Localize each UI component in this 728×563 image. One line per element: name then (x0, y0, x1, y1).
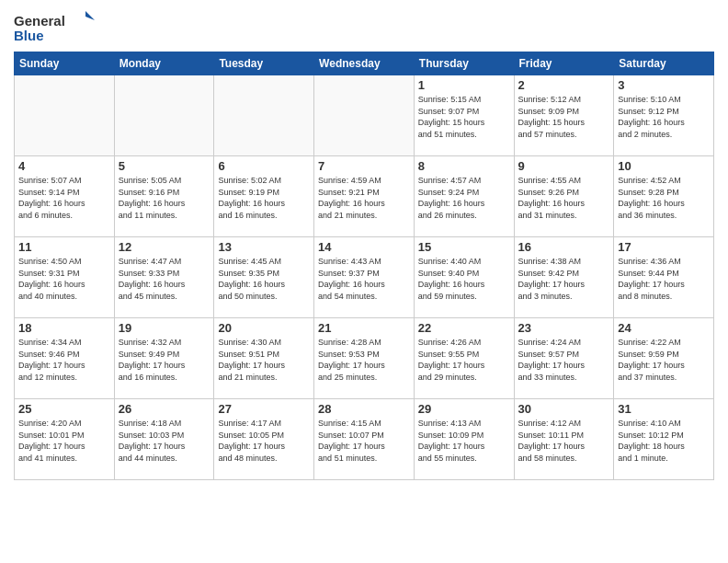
calendar-cell: 14Sunrise: 4:43 AM Sunset: 9:37 PM Dayli… (314, 237, 415, 318)
day-info: Sunrise: 4:45 AM Sunset: 9:35 PM Dayligh… (218, 256, 310, 302)
day-number: 1 (418, 78, 510, 92)
day-info: Sunrise: 4:55 AM Sunset: 9:26 PM Dayligh… (518, 175, 610, 221)
day-number: 8 (418, 159, 510, 173)
day-number: 15 (418, 240, 510, 254)
calendar-cell: 12Sunrise: 4:47 AM Sunset: 9:33 PM Dayli… (114, 237, 214, 318)
calendar-cell: 6Sunrise: 5:02 AM Sunset: 9:19 PM Daylig… (214, 156, 314, 237)
day-number: 2 (518, 78, 610, 92)
day-number: 17 (618, 240, 710, 254)
day-number: 14 (318, 240, 410, 254)
day-info: Sunrise: 5:15 AM Sunset: 9:07 PM Dayligh… (418, 94, 510, 140)
col-header-friday: Friday (514, 52, 614, 75)
calendar-cell: 15Sunrise: 4:40 AM Sunset: 9:40 PM Dayli… (414, 237, 514, 318)
day-info: Sunrise: 4:47 AM Sunset: 9:33 PM Dayligh… (119, 256, 210, 302)
calendar-cell: 2Sunrise: 5:12 AM Sunset: 9:09 PM Daylig… (514, 75, 614, 156)
day-number: 28 (318, 402, 410, 416)
calendar-cell: 13Sunrise: 4:45 AM Sunset: 9:35 PM Dayli… (214, 237, 314, 318)
day-info: Sunrise: 4:17 AM Sunset: 10:05 PM Daylig… (218, 418, 310, 464)
day-number: 29 (418, 402, 510, 416)
calendar-cell: 8Sunrise: 4:57 AM Sunset: 9:24 PM Daylig… (414, 156, 514, 237)
calendar-cell: 22Sunrise: 4:26 AM Sunset: 9:55 PM Dayli… (414, 318, 514, 399)
day-number: 19 (119, 321, 210, 335)
calendar-cell (314, 75, 415, 156)
calendar-cell: 25Sunrise: 4:20 AM Sunset: 10:01 PM Dayl… (15, 399, 115, 480)
calendar-week-4: 25Sunrise: 4:20 AM Sunset: 10:01 PM Dayl… (15, 399, 714, 480)
day-number: 21 (318, 321, 410, 335)
calendar-cell: 5Sunrise: 5:05 AM Sunset: 9:16 PM Daylig… (114, 156, 214, 237)
calendar-cell: 28Sunrise: 4:15 AM Sunset: 10:07 PM Dayl… (314, 399, 415, 480)
day-info: Sunrise: 5:12 AM Sunset: 9:09 PM Dayligh… (518, 94, 610, 140)
calendar-week-0: 1Sunrise: 5:15 AM Sunset: 9:07 PM Daylig… (15, 75, 714, 156)
calendar-header-row: SundayMondayTuesdayWednesdayThursdayFrid… (15, 52, 714, 75)
day-info: Sunrise: 4:52 AM Sunset: 9:28 PM Dayligh… (618, 175, 710, 221)
calendar-cell: 16Sunrise: 4:38 AM Sunset: 9:42 PM Dayli… (514, 237, 614, 318)
calendar-cell: 31Sunrise: 4:10 AM Sunset: 10:12 PM Dayl… (614, 399, 714, 480)
svg-text:Blue: Blue (14, 28, 44, 43)
day-number: 13 (218, 240, 310, 254)
day-number: 12 (119, 240, 210, 254)
calendar-cell: 10Sunrise: 4:52 AM Sunset: 9:28 PM Dayli… (614, 156, 714, 237)
day-number: 31 (618, 402, 710, 416)
logo: General Blue (14, 9, 97, 46)
calendar-cell: 20Sunrise: 4:30 AM Sunset: 9:51 PM Dayli… (214, 318, 314, 399)
day-number: 25 (18, 402, 110, 416)
calendar-cell: 7Sunrise: 4:59 AM Sunset: 9:21 PM Daylig… (314, 156, 415, 237)
calendar-cell: 3Sunrise: 5:10 AM Sunset: 9:12 PM Daylig… (614, 75, 714, 156)
day-info: Sunrise: 4:26 AM Sunset: 9:55 PM Dayligh… (418, 337, 510, 383)
calendar-cell: 30Sunrise: 4:12 AM Sunset: 10:11 PM Dayl… (514, 399, 614, 480)
day-info: Sunrise: 4:59 AM Sunset: 9:21 PM Dayligh… (318, 175, 410, 221)
day-number: 6 (218, 159, 310, 173)
day-info: Sunrise: 5:07 AM Sunset: 9:14 PM Dayligh… (18, 175, 110, 221)
svg-text:General: General (14, 13, 65, 29)
day-number: 5 (119, 159, 210, 173)
day-number: 18 (18, 321, 110, 335)
page: General Blue SundayMondayTuesdayWednesda… (0, 0, 728, 563)
calendar-cell: 18Sunrise: 4:34 AM Sunset: 9:46 PM Dayli… (15, 318, 115, 399)
day-info: Sunrise: 5:02 AM Sunset: 9:19 PM Dayligh… (218, 175, 310, 221)
day-info: Sunrise: 4:24 AM Sunset: 9:57 PM Dayligh… (518, 337, 610, 383)
col-header-sunday: Sunday (15, 52, 115, 75)
calendar-cell: 11Sunrise: 4:50 AM Sunset: 9:31 PM Dayli… (15, 237, 115, 318)
day-number: 27 (218, 402, 310, 416)
day-info: Sunrise: 4:36 AM Sunset: 9:44 PM Dayligh… (618, 256, 710, 302)
day-info: Sunrise: 4:50 AM Sunset: 9:31 PM Dayligh… (18, 256, 110, 302)
day-info: Sunrise: 4:40 AM Sunset: 9:40 PM Dayligh… (418, 256, 510, 302)
header: General Blue (14, 9, 714, 46)
day-info: Sunrise: 4:18 AM Sunset: 10:03 PM Daylig… (119, 418, 210, 464)
col-header-monday: Monday (114, 52, 214, 75)
day-info: Sunrise: 4:38 AM Sunset: 9:42 PM Dayligh… (518, 256, 610, 302)
day-number: 24 (618, 321, 710, 335)
calendar-cell (15, 75, 115, 156)
calendar-week-2: 11Sunrise: 4:50 AM Sunset: 9:31 PM Dayli… (15, 237, 714, 318)
calendar-cell: 27Sunrise: 4:17 AM Sunset: 10:05 PM Dayl… (214, 399, 314, 480)
day-number: 30 (518, 402, 610, 416)
col-header-thursday: Thursday (414, 52, 514, 75)
day-info: Sunrise: 4:32 AM Sunset: 9:49 PM Dayligh… (119, 337, 210, 383)
calendar-cell: 29Sunrise: 4:13 AM Sunset: 10:09 PM Dayl… (414, 399, 514, 480)
col-header-wednesday: Wednesday (314, 52, 415, 75)
calendar-week-3: 18Sunrise: 4:34 AM Sunset: 9:46 PM Dayli… (15, 318, 714, 399)
day-number: 4 (18, 159, 110, 173)
calendar-table: SundayMondayTuesdayWednesdayThursdayFrid… (14, 52, 714, 480)
day-info: Sunrise: 4:13 AM Sunset: 10:09 PM Daylig… (418, 418, 510, 464)
day-info: Sunrise: 4:12 AM Sunset: 10:11 PM Daylig… (518, 418, 610, 464)
day-number: 11 (18, 240, 110, 254)
calendar-cell (214, 75, 314, 156)
day-info: Sunrise: 4:43 AM Sunset: 9:37 PM Dayligh… (318, 256, 410, 302)
calendar-cell: 9Sunrise: 4:55 AM Sunset: 9:26 PM Daylig… (514, 156, 614, 237)
calendar-cell: 17Sunrise: 4:36 AM Sunset: 9:44 PM Dayli… (614, 237, 714, 318)
day-number: 20 (218, 321, 310, 335)
day-info: Sunrise: 5:10 AM Sunset: 9:12 PM Dayligh… (618, 94, 710, 140)
day-info: Sunrise: 4:15 AM Sunset: 10:07 PM Daylig… (318, 418, 410, 464)
day-info: Sunrise: 4:28 AM Sunset: 9:53 PM Dayligh… (318, 337, 410, 383)
calendar-cell: 1Sunrise: 5:15 AM Sunset: 9:07 PM Daylig… (414, 75, 514, 156)
col-header-saturday: Saturday (614, 52, 714, 75)
day-info: Sunrise: 4:22 AM Sunset: 9:59 PM Dayligh… (618, 337, 710, 383)
day-info: Sunrise: 4:57 AM Sunset: 9:24 PM Dayligh… (418, 175, 510, 221)
svg-marker-2 (85, 11, 95, 20)
day-info: Sunrise: 4:10 AM Sunset: 10:12 PM Daylig… (618, 418, 710, 464)
day-info: Sunrise: 4:30 AM Sunset: 9:51 PM Dayligh… (218, 337, 310, 383)
calendar-cell: 24Sunrise: 4:22 AM Sunset: 9:59 PM Dayli… (614, 318, 714, 399)
logo-svg: General Blue (14, 9, 97, 46)
day-number: 10 (618, 159, 710, 173)
